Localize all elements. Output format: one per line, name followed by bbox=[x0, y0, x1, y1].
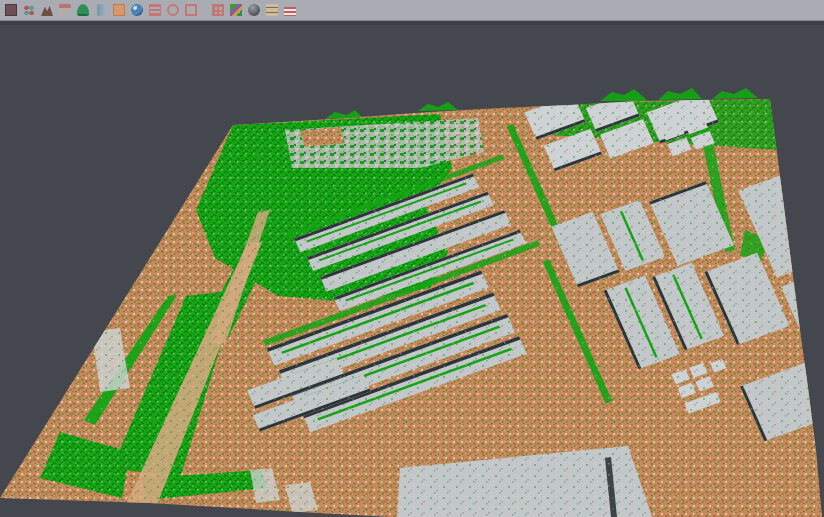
colormap-square-button[interactable] bbox=[228, 2, 245, 19]
tan-document-button[interactable] bbox=[264, 2, 281, 19]
brown-mountain-icon bbox=[41, 4, 53, 16]
red-brackets-icon bbox=[185, 4, 197, 16]
red-teal-points-icon bbox=[23, 4, 35, 16]
main-toolbar bbox=[0, 0, 824, 21]
toolbar-separator bbox=[200, 2, 209, 19]
red-teal-points-button[interactable] bbox=[21, 2, 38, 19]
red-ring-button[interactable] bbox=[165, 2, 182, 19]
viewport-top-shade bbox=[0, 21, 824, 25]
red-stripes-button[interactable] bbox=[282, 2, 299, 19]
gray-sphere-button[interactable] bbox=[246, 2, 263, 19]
orange-square-icon bbox=[113, 4, 125, 16]
brown-mountain-button[interactable] bbox=[39, 2, 56, 19]
blue-globe-icon bbox=[131, 4, 143, 16]
blue-panel-icon bbox=[97, 4, 106, 16]
tan-document-icon bbox=[266, 4, 278, 16]
blue-panel-button[interactable] bbox=[93, 2, 110, 19]
dark-red-box-button[interactable] bbox=[3, 2, 20, 19]
red-grid-icon bbox=[212, 4, 224, 16]
dark-red-box-icon bbox=[5, 4, 17, 16]
layered-points-icon bbox=[59, 4, 71, 16]
orange-square-button[interactable] bbox=[111, 2, 128, 19]
blue-globe-button[interactable] bbox=[129, 2, 146, 19]
red-grid-button[interactable] bbox=[210, 2, 227, 19]
red-lines-icon bbox=[149, 4, 161, 16]
green-hill-button[interactable] bbox=[75, 2, 92, 19]
red-brackets-button[interactable] bbox=[183, 2, 200, 19]
red-lines-button[interactable] bbox=[147, 2, 164, 19]
viewport-3d[interactable] bbox=[0, 21, 824, 517]
gray-sphere-icon bbox=[248, 4, 260, 16]
layered-points-button[interactable] bbox=[57, 2, 74, 19]
red-stripes-icon bbox=[284, 7, 296, 16]
red-ring-icon bbox=[167, 4, 179, 16]
colormap-square-icon bbox=[230, 4, 242, 16]
green-hill-icon bbox=[77, 4, 89, 16]
point-cloud-app-window bbox=[0, 0, 824, 517]
